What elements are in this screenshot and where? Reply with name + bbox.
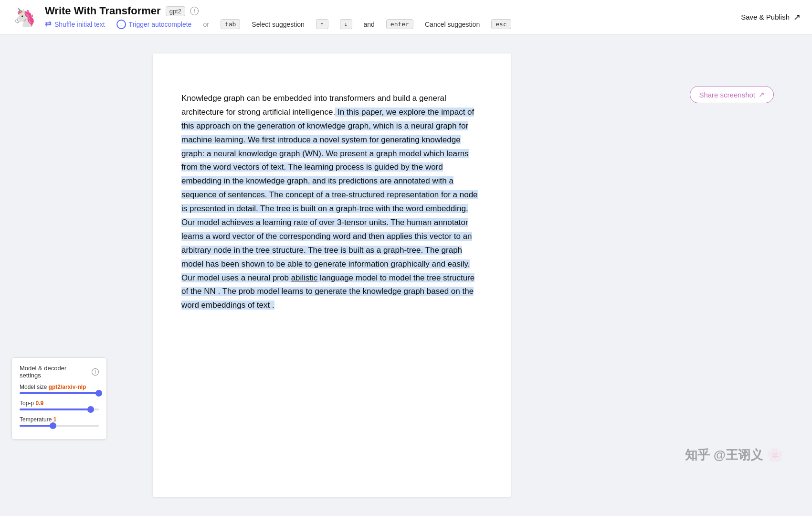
temperature-row: Temperature 1 xyxy=(20,416,99,427)
save-publish-button[interactable]: Save & Publish ↗ xyxy=(741,12,801,22)
settings-info-icon[interactable]: i xyxy=(92,368,99,376)
header-right: Save & Publish ↗ xyxy=(741,12,801,22)
top-p-slider-fill xyxy=(20,408,91,410)
model-size-slider-track[interactable] xyxy=(20,392,99,394)
share-screenshot-button[interactable]: Share screenshot ↗ xyxy=(690,86,774,103)
shuffle-label: Shuffle initial text xyxy=(54,21,105,28)
tab-key-badge: tab xyxy=(221,19,240,29)
editor-text[interactable]: Knowledge graph can be embedded into tra… xyxy=(181,92,482,312)
and-text: and xyxy=(364,21,375,28)
app-header: 🦄 Write With Transformer gpt2 i ⇄ Shuffl… xyxy=(0,0,812,34)
down-key-badge: ↓ xyxy=(340,19,352,29)
text-highlighted: In this paper, we explore the impact of … xyxy=(181,108,478,310)
shuffle-button[interactable]: ⇄ Shuffle initial text xyxy=(45,19,105,29)
save-publish-label: Save & Publish xyxy=(741,13,790,21)
select-suggestion-text: Select suggestion xyxy=(252,21,305,28)
watermark: 知乎 @王诩义 🌸 xyxy=(685,447,783,463)
trigger-icon: ↓ xyxy=(116,20,126,29)
share-screenshot-label: Share screenshot xyxy=(699,91,755,99)
info-icon[interactable]: i xyxy=(190,7,199,15)
model-size-row: Model size gpt2/arxiv-nlp xyxy=(20,384,99,394)
model-size-slider-thumb[interactable] xyxy=(95,390,102,397)
cancel-suggestion-text: Cancel suggestion xyxy=(425,21,480,28)
watermark-text: 知乎 @王诩义 xyxy=(685,447,763,463)
trigger-autocomplete-button[interactable]: ↓ Trigger autocomplete xyxy=(116,20,192,29)
temperature-label: Temperature 1 xyxy=(20,416,99,423)
settings-title: Model & decoder settings xyxy=(20,365,89,379)
top-p-row: Top-p 0.9 xyxy=(20,400,99,410)
shuffle-icon: ⇄ xyxy=(45,19,52,29)
export-icon: ↗ xyxy=(793,12,801,22)
settings-panel: Model & decoder settings i Model size gp… xyxy=(11,357,107,440)
temperature-value: 1 xyxy=(53,416,57,423)
or-separator: or xyxy=(203,21,209,28)
temperature-slider-thumb[interactable] xyxy=(50,422,56,429)
enter-key-badge: enter xyxy=(386,19,413,29)
editor-panel[interactable]: Knowledge graph can be embedded into tra… xyxy=(153,54,511,497)
app-title-block: Write With Transformer gpt2 i ⇄ Shuffle … xyxy=(45,5,511,29)
temperature-slider-track[interactable] xyxy=(20,425,99,427)
top-p-value: 0.9 xyxy=(35,400,43,407)
app-logo: 🦄 xyxy=(11,4,37,30)
app-title-row: Write With Transformer gpt2 i xyxy=(45,5,511,17)
underlined-word: abilistic xyxy=(291,273,318,282)
temperature-slider-fill xyxy=(20,425,53,427)
toolbar-row: ⇄ Shuffle initial text ↓ Trigger autocom… xyxy=(45,19,511,29)
top-p-slider-thumb[interactable] xyxy=(87,406,94,413)
model-size-value: gpt2/arxiv-nlp xyxy=(49,384,86,390)
model-size-label: Model size gpt2/arxiv-nlp xyxy=(20,384,99,390)
top-p-label: Top-p 0.9 xyxy=(20,400,99,407)
settings-title-row: Model & decoder settings i xyxy=(20,365,99,379)
logo-emoji: 🦄 xyxy=(13,7,36,27)
app-title: Write With Transformer xyxy=(45,5,161,17)
watermark-emoji: 🌸 xyxy=(767,447,783,463)
trigger-label: Trigger autocomplete xyxy=(129,21,192,28)
main-area: Knowledge graph can be embedded into tra… xyxy=(0,34,812,516)
esc-key-badge: esc xyxy=(491,19,511,29)
model-badge: gpt2 xyxy=(166,6,185,16)
share-external-icon: ↗ xyxy=(759,90,765,99)
model-size-slider-fill xyxy=(20,392,99,394)
up-key-badge: ↑ xyxy=(316,19,328,29)
top-p-slider-track[interactable] xyxy=(20,408,99,410)
